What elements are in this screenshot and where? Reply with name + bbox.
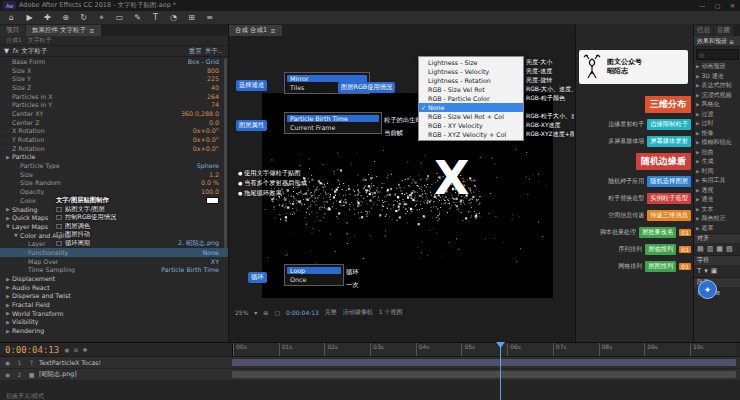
option-once[interactable]: Once [287,276,341,283]
effect-row[interactable]: ·Particles in X264 [0,92,228,101]
effects-search-input[interactable]: ◎ [696,49,739,60]
popup-item[interactable]: RGB - XY Velocity [419,121,523,130]
tutorial-chip[interactable]: 随机边缘盾 [636,153,691,170]
time-ruler[interactable]: 00s01s02s03s04s05s06s07s08s09s10s [232,343,736,356]
tab-info[interactable]: 信息 [694,25,713,36]
scrollbar[interactable] [224,58,227,248]
property-value[interactable]: 360.0,288.0 [181,110,219,117]
effect-category[interactable]: ▶风格化 [694,100,740,110]
timeline-tool-icon[interactable]: ◉ [64,346,69,353]
timeline-tool-icon[interactable]: ✚ [82,346,87,353]
twirl-icon[interactable]: ▶ [4,302,12,308]
twirl-icon[interactable]: ▶ [4,276,12,282]
effect-row[interactable]: ▶Visibility [0,318,228,327]
mini-panel-header-字符[interactable]: 字符 [694,255,740,265]
stopwatch-icon[interactable]: · [4,119,12,125]
current-timecode[interactable]: 0:00:04:13 [0,345,64,355]
panel-menu-icon[interactable]: ≡ [270,27,275,35]
effect-row[interactable]: ·Size X800 [0,66,228,75]
layer-track[interactable] [232,369,740,380]
twirl-icon[interactable]: ▶ [4,293,12,299]
effect-row[interactable]: ·Base FormBox - Grid [0,57,228,66]
tutorial-chip[interactable]: 层临排列 [645,244,676,255]
stopwatch-icon[interactable]: · [12,171,20,177]
visibility-icon[interactable]: ◉ [3,359,12,366]
toggle-switches-hint[interactable]: 切换开关/模式 [6,392,44,400]
stopwatch-icon[interactable]: · [4,84,12,90]
hand-tool-icon[interactable]: ✚ [41,13,54,22]
effect-category[interactable]: ▶过时 [694,119,740,129]
layer-duration-bar[interactable] [232,371,736,378]
tutorial-chip[interactable]: 传递三维信息 [647,210,691,221]
visibility-icon[interactable]: ◉ [3,371,12,378]
twirl-icon[interactable]: ▶ [696,131,699,136]
chevron-down-icon[interactable]: ▾ [254,309,257,316]
tutorial-item[interactable]: 脚本批量处理层批量改名01 [579,227,691,238]
twirl-icon[interactable]: ▶ [696,102,699,107]
effect-row[interactable]: ·Center XY360.0,288.0 [0,109,228,118]
popup-item[interactable]: Lightness - Velocity [419,67,523,76]
camera-select[interactable]: 活动摄像机 [343,308,373,317]
about-link[interactable]: 关于.. [205,47,222,56]
twirl-icon[interactable]: ▶ [4,215,12,221]
twirl-icon[interactable]: ▶ [696,64,699,69]
tab-effect-controls[interactable]: 效果控件 文字粒子 ≡ [26,25,101,36]
layer-row[interactable]: ◉2■[昭陌志.png] [0,369,740,381]
color-swatch[interactable] [206,197,219,204]
twirl-icon[interactable]: ▶ [696,197,699,202]
effect-category[interactable]: ▶扭曲 [694,148,740,158]
effect-category[interactable]: ▶颜色校正 [694,214,740,224]
puppet-pin-tool-icon[interactable]: ⊞ [185,13,198,22]
effect-row[interactable]: ·Z Rotation0x+0.0° [0,144,228,153]
twirl-icon[interactable]: ▶ [696,188,699,193]
effect-row[interactable]: ·FunctionalityNone [0,248,228,257]
twirl-icon[interactable]: ▶ [4,319,12,325]
stopwatch-icon[interactable]: · [4,67,12,73]
viewer-timecode[interactable]: 0:00:04:13 [286,309,319,316]
effect-row[interactable]: ▶Fractal Field [0,300,228,309]
twirl-icon[interactable]: ▶ [4,328,12,334]
tutorial-item[interactable]: 多屏幕媒体墙屏幕媒体发射 [579,136,691,147]
effect-row[interactable]: ▶World Transform [0,309,228,318]
twirl-icon[interactable]: ▶ [696,74,699,79]
tutorial-item[interactable]: 网格排列层图排列01 [579,261,691,272]
effect-row[interactable]: ▶Disperse and Twist [0,292,228,301]
stopwatch-icon[interactable]: · [4,110,12,116]
panel-icon[interactable]: T [697,267,701,275]
effect-row[interactable]: ·Center Z0.0 [0,118,228,127]
minimize-button[interactable]: — [695,2,710,9]
maximize-button[interactable]: ▢ [710,2,725,9]
property-value[interactable]: 40 [211,84,219,91]
playhead[interactable] [500,342,501,400]
layer-name[interactable]: [昭陌志.png] [39,370,77,379]
twirl-icon[interactable]: ▶ [4,154,12,160]
stopwatch-icon[interactable]: · [4,58,12,64]
tutorial-chip[interactable]: 层图排列 [645,261,676,272]
tutorial-chip[interactable]: 实例粒子造型 [647,193,691,204]
effect-row[interactable]: ·Size1.2 [0,170,228,179]
timeline-tool-icon[interactable]: ⊞ [73,346,78,353]
popup-item[interactable]: RGB - Particle Color [419,94,523,103]
panel-icon[interactable]: ▣ [711,267,718,275]
tab-project[interactable]: 项目 [0,25,25,36]
effect-row[interactable]: ▶Displacement [0,274,228,283]
effect-row[interactable]: ·Time SamplingParticle Birth Time [0,266,228,275]
property-value[interactable]: XY [211,258,219,265]
tutorial-item[interactable]: 边缘发射粒子边缘限制粒子 [579,119,691,130]
tab-audio[interactable]: 音频 [714,25,733,36]
property-value[interactable]: 2. 昭陌志.png [178,239,219,248]
option-particle-birth-time[interactable]: Particle Birth Time [287,115,379,122]
panel-icon[interactable]: ▧ [726,245,733,253]
effect-category[interactable]: ▶透视 [694,186,740,196]
tutorial-item[interactable]: 空间信息传递传递三维信息 [579,210,691,221]
twirl-icon[interactable]: ▼ [4,223,12,229]
view-layout-select[interactable]: 1 个视图 [379,308,403,317]
effect-row[interactable]: ·Particles in Y74 [0,100,228,109]
tab-composition[interactable]: 合成 合成1 ≡ [229,25,282,36]
reset-button[interactable]: 重置 [189,47,202,56]
property-value[interactable]: Particle Birth Time [161,266,219,273]
type-tool-icon[interactable]: T [149,13,162,22]
effect-row[interactable]: ·X Rotation0x+0.0° [0,127,228,136]
selection-tool-icon[interactable]: ▶ [23,13,36,22]
stopwatch-icon[interactable]: · [4,93,12,99]
